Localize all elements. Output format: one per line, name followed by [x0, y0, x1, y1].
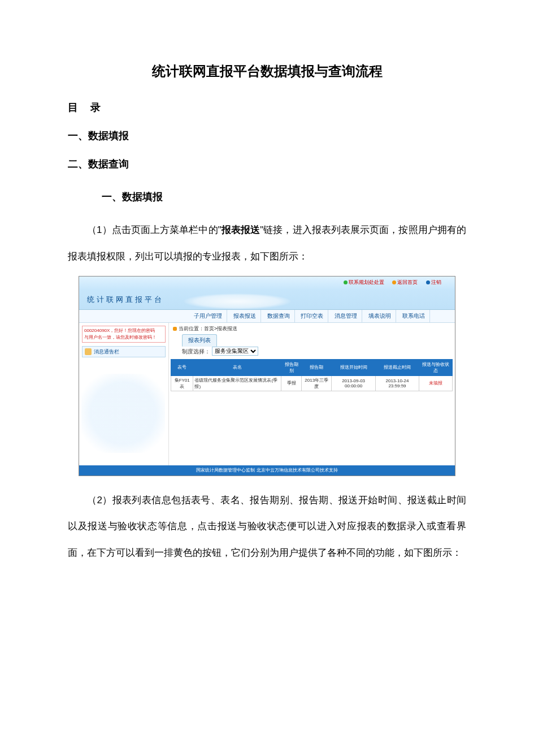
toc-item-1: 一、数据填报	[68, 129, 466, 142]
menu-item-data-query[interactable]: 数据查询	[263, 310, 295, 322]
breadcrumb-text: 当前位置：首页>报表报送	[179, 326, 237, 331]
paragraph-2: （2）报表列表信息包括表号、表名、报告期别、报告期、报送开始时间、报送截止时间以…	[68, 487, 466, 567]
table-header-row: 表号 表名 报告期别 报告期 报送开始时间 报送截止时间 报送与验收状态	[171, 359, 453, 375]
top-links: 联系规划处处置 返回首页 注销	[344, 279, 448, 286]
toc-heading: 目录	[68, 101, 466, 114]
link-contact-label: 联系规划处处置	[349, 279, 384, 285]
shot-body: 000204090X，您好！您现在的密码 与用户名一致，请您及时修改密码！ 消息…	[79, 323, 455, 465]
breadcrumb: 当前位置：首页>报表报送	[168, 323, 455, 334]
bullet-icon	[173, 327, 177, 331]
link-logout-label: 注销	[431, 279, 441, 285]
th-status: 报送与验收状态	[419, 359, 453, 375]
table-row: 集FY01表 省级现代服务业集聚示范区发展情况表(季报) 季报 2013年三季度…	[171, 375, 453, 391]
message-panel-label: 消息通告栏	[94, 349, 119, 355]
th-period-type: 报告期别	[281, 359, 302, 375]
th-id: 表号	[171, 359, 193, 375]
section-1-heading: 一、数据填报	[102, 190, 466, 204]
password-notice: 000204090X，您好！您现在的密码 与用户名一致，请您及时修改密码！	[82, 326, 166, 343]
link-home[interactable]: 返回首页	[392, 279, 421, 285]
link-logout[interactable]: 注销	[426, 279, 445, 285]
cell-name: 省级现代服务业集聚示范区发展情况表(季报)	[193, 375, 281, 391]
report-table: 表号 表名 报告期别 报告期 报送开始时间 报送截止时间 报送与验收状态 集FY…	[171, 359, 453, 391]
dot-icon	[392, 280, 396, 284]
menu-item-fill-guide[interactable]: 填表说明	[364, 310, 396, 322]
status-link: 未填报	[429, 381, 442, 386]
cell-end: 2013-10-24 23:59:59	[375, 375, 419, 391]
tab-report-list[interactable]: 报表列表	[182, 334, 217, 347]
notice-line-1: 000204090X，您好！您现在的密码	[84, 327, 163, 334]
toc-item-2: 二、数据查询	[68, 157, 466, 171]
screenshot-1: 统计联网直报平台 联系规划处处置 返回首页 注销 子用户管理 报表报送 数据查询…	[79, 276, 455, 476]
menu-item-contact-phone[interactable]: 联系电话	[398, 310, 430, 322]
cell-period-type: 季报	[281, 375, 302, 391]
notice-line-2: 与用户名一致，请您及时修改密码！	[84, 334, 163, 341]
cell-id: 集FY01表	[171, 375, 193, 391]
cell-status[interactable]: 未填报	[419, 375, 453, 391]
p1-bold: 报表报送	[222, 224, 260, 235]
shot-menu: 子用户管理 报表报送 数据查询 打印空表 消息管理 填表说明 联系电话	[79, 310, 455, 323]
document-page: 统计联网直报平台数据填报与查询流程 目录 一、数据填报 二、数据查询 一、数据填…	[0, 0, 534, 736]
message-panel[interactable]: 消息通告栏	[82, 346, 166, 357]
cell-start: 2013-09-03 00:00:00	[332, 375, 375, 391]
dot-icon	[426, 280, 430, 284]
tab-row: 报表列表	[168, 334, 455, 347]
menu-item-report-submit[interactable]: 报表报送	[229, 310, 261, 322]
th-start: 报送开始时间	[332, 359, 375, 375]
paragraph-1: （1）点击页面上方菜单栏中的"报表报送"链接，进入报表列表展示页面，按照用户拥有…	[68, 217, 466, 270]
menu-item-print-blank[interactable]: 打印空表	[296, 310, 328, 322]
th-name: 表名	[193, 359, 281, 375]
select-label: 制度选择：	[182, 348, 210, 354]
link-contact[interactable]: 联系规划处处置	[344, 279, 388, 285]
map-silhouette	[81, 374, 165, 453]
cell-period: 2013年三季度	[302, 375, 332, 391]
shot-left-panel: 000204090X，您好！您现在的密码 与用户名一致，请您及时修改密码！ 消息…	[79, 323, 169, 465]
cloud-graphic	[184, 293, 291, 309]
shot-banner: 统计联网直报平台 联系规划处处置 返回首页 注销	[79, 277, 455, 310]
shot-footer: 国家统计局数据管理中心监制 北京中云万垧信息技术有限公司技术支持	[79, 465, 455, 476]
select-row: 制度选择： 服务业集聚区	[168, 347, 455, 359]
shot-right-panel: 当前位置：首页>报表报送 报表列表 制度选择： 服务业集聚区 表号 表名	[168, 323, 455, 465]
dot-icon	[344, 280, 348, 284]
th-period: 报告期	[302, 359, 332, 375]
th-end: 报送截止时间	[375, 359, 419, 375]
menu-item-subuser[interactable]: 子用户管理	[189, 310, 227, 322]
link-home-label: 返回首页	[397, 279, 418, 285]
page-title: 统计联网直报平台数据填报与查询流程	[68, 62, 466, 80]
system-select[interactable]: 服务业集聚区	[212, 347, 258, 356]
menu-item-msg-mgmt[interactable]: 消息管理	[330, 310, 362, 322]
p1-text-a: （1）点击页面上方菜单栏中的"	[87, 224, 222, 235]
platform-name: 统计联网直报平台	[87, 295, 164, 305]
